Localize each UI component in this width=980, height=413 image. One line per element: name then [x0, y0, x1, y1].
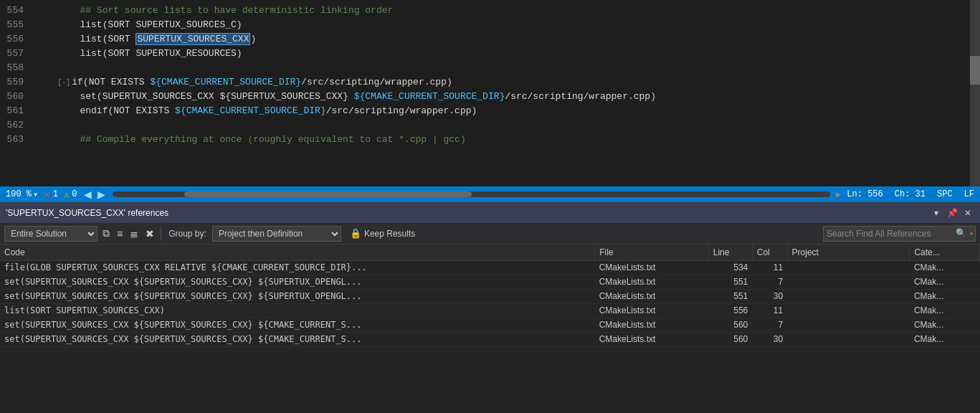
cell-col: 7	[752, 318, 787, 332]
cell-project	[787, 318, 910, 332]
nav-controls[interactable]: ◀ ▶	[82, 189, 107, 200]
cell-line: 534	[708, 260, 752, 275]
line-number: 558	[3, 62, 35, 73]
panel-header: 'SUPERTUX_SOURCES_CXX' references ▾ 📌 ✕	[0, 203, 980, 223]
cell-line: 556	[708, 303, 752, 318]
lock-icon: 🔒	[350, 228, 361, 239]
warning-count[interactable]: ⚠ 0	[64, 189, 77, 200]
error-number: 1	[53, 189, 58, 199]
table-header: Code File Line Col Project Cate...	[0, 245, 980, 260]
table-row[interactable]: file(GLOB SUPERTUX_SOURCES_CXX RELATIVE …	[0, 260, 980, 275]
cell-col: 11	[752, 303, 787, 318]
cell-cate: CMak...	[910, 260, 980, 275]
cell-project	[787, 275, 910, 289]
line-number: 557	[3, 48, 35, 59]
search-icon[interactable]: 🔍	[953, 228, 969, 239]
col-header-line[interactable]: Line	[708, 245, 752, 260]
line-content: [-]if(NOT EXISTS ${CMAKE_CURRENT_SOURCE_…	[35, 77, 452, 87]
col-header-col[interactable]: Col	[752, 245, 787, 260]
cell-project	[787, 332, 910, 346]
line-content: endif(NOT EXISTS ${CMAKE_CURRENT_SOURCE_…	[35, 105, 477, 116]
error-count[interactable]: ✕ 1	[44, 189, 58, 201]
table-row[interactable]: set(SUPERTUX_SOURCES_CXX ${SUPERTUX_SOUR…	[0, 318, 980, 332]
group-by-dropdown[interactable]: Project then DefinitionDefinitionProject…	[212, 226, 341, 242]
cell-file: CMakeLists.txt	[595, 318, 709, 332]
copy-btn[interactable]: ⧉	[100, 226, 112, 242]
cell-col: 30	[752, 332, 787, 346]
code-line: 554 ## Sort source lists to have determi…	[0, 3, 980, 17]
code-line: 563 ## Compile everything at once (rough…	[0, 132, 980, 146]
cell-cate: CMak...	[910, 289, 980, 303]
panel-title: 'SUPERTUX_SOURCES_CXX' references	[6, 208, 926, 218]
scope-dropdown[interactable]: Entire SolutionCurrent ProjectCurrent Do…	[4, 226, 97, 242]
cell-code: set(SUPERTUX_SOURCES_CXX ${SUPERTUX_SOUR…	[0, 275, 595, 289]
line-content: list(SORT SUPERTUX_SOURCES_C)	[35, 19, 242, 30]
cell-col: 30	[752, 289, 787, 303]
cell-line: 560	[708, 318, 752, 332]
editor-scrollbar[interactable]	[970, 0, 980, 186]
status-bar: 100 % ▾ ✕ 1 ⚠ 0 ◀ ▶ ▶ Ln: 556 Ch: 31 SPC…	[0, 186, 980, 202]
status-right: Ln: 556 Ch: 31 SPC LF	[847, 189, 974, 199]
code-line: 562	[0, 118, 980, 132]
cell-cate: CMak...	[910, 318, 980, 332]
table-row[interactable]: set(SUPERTUX_SOURCES_CXX ${SUPERTUX_SOUR…	[0, 332, 980, 346]
toolbar-sep	[161, 227, 161, 240]
panel-pin-btn[interactable]: 📌	[946, 206, 958, 219]
table-row[interactable]: list(SORT SUPERTUX_SOURCES_CXX)CMakeList…	[0, 303, 980, 318]
cell-line: 560	[708, 332, 752, 346]
line-number: 555	[3, 19, 35, 30]
col-header-code[interactable]: Code	[0, 245, 595, 260]
line-ending: LF	[964, 189, 974, 199]
code-line: 561 endif(NOT EXISTS ${CMAKE_CURRENT_SOU…	[0, 103, 980, 118]
cell-project	[787, 260, 910, 275]
table-row[interactable]: set(SUPERTUX_SOURCES_CXX ${SUPERTUX_SOUR…	[0, 275, 980, 289]
line-content: list(SORT SUPERTUX_SOURCES_CXX)	[35, 34, 256, 44]
nav-forward-button[interactable]: ▶	[96, 189, 107, 200]
search-input[interactable]	[824, 229, 953, 239]
cell-file: CMakeLists.txt	[595, 260, 709, 275]
col-header-cate[interactable]: Cate...	[910, 245, 980, 260]
panel-dropdown-btn[interactable]: ▾	[930, 206, 943, 219]
col-number: Ch: 31	[895, 189, 926, 199]
line-content: set(SUPERTUX_SOURCES_CXX ${SUPERTUX_SOUR…	[35, 91, 656, 102]
line-content: list(SORT SUPERTUX_RESOURCES)	[35, 48, 242, 59]
cell-col: 11	[752, 260, 787, 275]
expand-btn[interactable]: ≡	[115, 226, 125, 242]
cell-col: 7	[752, 275, 787, 289]
collapse-btn[interactable]: ≣	[128, 226, 141, 242]
col-header-project[interactable]: Project	[787, 245, 910, 260]
horizontal-scrollbar[interactable]	[113, 191, 830, 197]
code-line: 556 list(SORT SUPERTUX_SOURCES_CXX)	[0, 32, 980, 46]
panel-close-btn[interactable]: ✕	[961, 206, 974, 219]
cell-code: set(SUPERTUX_SOURCES_CXX ${SUPERTUX_SOUR…	[0, 318, 595, 332]
code-line: 560 set(SUPERTUX_SOURCES_CXX ${SUPERTUX_…	[0, 89, 980, 103]
line-content: ## Compile everything at once (roughly e…	[35, 134, 466, 145]
results-table-container[interactable]: Code File Line Col Project Cate... file(…	[0, 245, 980, 413]
clear-btn[interactable]: ✖	[143, 226, 156, 242]
table-row[interactable]: set(SUPERTUX_SOURCES_CXX ${SUPERTUX_SOUR…	[0, 289, 980, 303]
scroll-right-arrow[interactable]: ▶	[836, 189, 841, 200]
line-number: Ln: 556	[847, 189, 883, 199]
cell-cate: CMak...	[910, 275, 980, 289]
zoom-control[interactable]: 100 % ▾	[6, 189, 38, 200]
cell-file: CMakeLists.txt	[595, 332, 709, 346]
search-box[interactable]: 🔍 ▾	[823, 226, 976, 242]
references-panel: 'SUPERTUX_SOURCES_CXX' references ▾ 📌 ✕ …	[0, 202, 980, 413]
search-dropdown-icon[interactable]: ▾	[969, 229, 975, 238]
line-content: ## Sort source lists to have determinist…	[35, 5, 393, 16]
keep-results-label: Keep Results	[364, 229, 415, 239]
line-number: 559	[3, 77, 35, 87]
nav-back-button[interactable]: ◀	[82, 189, 93, 200]
cell-code: set(SUPERTUX_SOURCES_CXX ${SUPERTUX_SOUR…	[0, 332, 595, 346]
cell-cate: CMak...	[910, 303, 980, 318]
cell-file: CMakeLists.txt	[595, 303, 709, 318]
code-line: 559 [-]if(NOT EXISTS ${CMAKE_CURRENT_SOU…	[0, 75, 980, 89]
line-number: 554	[3, 5, 35, 16]
cell-project	[787, 303, 910, 318]
col-header-file[interactable]: File	[595, 245, 709, 260]
line-number: 562	[3, 120, 35, 130]
panel-toolbar: Entire SolutionCurrent ProjectCurrent Do…	[0, 223, 980, 245]
line-number: 556	[3, 34, 35, 44]
code-line: 557 list(SORT SUPERTUX_RESOURCES)	[0, 46, 980, 60]
cell-code: list(SORT SUPERTUX_SOURCES_CXX)	[0, 303, 595, 318]
